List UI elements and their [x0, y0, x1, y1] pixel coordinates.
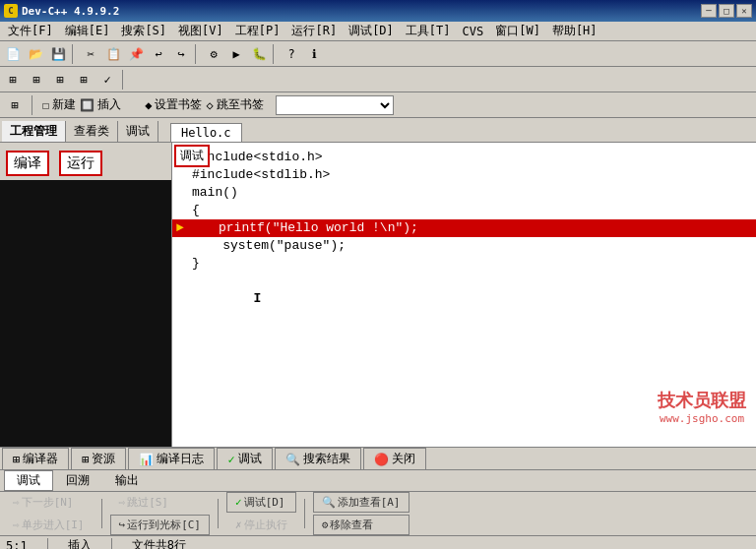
- tab-project-mgr[interactable]: 工程管理: [2, 121, 66, 142]
- tab-debug-panel[interactable]: 调试: [118, 121, 158, 142]
- set-bookmark-label: 设置书签: [155, 96, 202, 113]
- toolbar-sep-2: [195, 44, 200, 64]
- step-in-arrow: ⇨: [13, 518, 20, 531]
- tb2-grid4[interactable]: ⊞: [73, 69, 94, 91]
- tb-open[interactable]: 📂: [25, 43, 46, 65]
- tb-new-file[interactable]: 📄: [2, 43, 24, 65]
- bottom-tab-resource[interactable]: ⊞ 资源: [71, 448, 126, 469]
- next-step-btn: ⇨ 下一步[N]: [4, 492, 94, 513]
- maximize-button[interactable]: □: [719, 4, 734, 18]
- menu-project[interactable]: 工程[P]: [229, 22, 286, 40]
- tb-run[interactable]: ▶: [225, 43, 247, 65]
- main-area: 编译 运行 调试 #include<stdio.h> #include<stdl…: [0, 142, 756, 447]
- arrow-icon: ►: [176, 219, 184, 237]
- tb-info[interactable]: ℹ: [303, 43, 325, 65]
- run-to-cursor-label: 运行到光标[C]: [127, 518, 201, 532]
- run-annotation-box[interactable]: 运行: [59, 151, 102, 176]
- tb-help[interactable]: ?: [281, 43, 302, 65]
- compile-annotation-box[interactable]: 编译: [6, 151, 49, 176]
- debug-toolbar: ⇨ 下一步[N] ⇨ 单步进入[I] ⇨ 跳过[S] ↪ 运行到光标[C] ✓ …: [0, 492, 756, 535]
- sub-tab-debug[interactable]: 调试: [4, 470, 53, 491]
- app-icon: C: [4, 4, 18, 18]
- close-label: 关闭: [392, 451, 415, 467]
- tb-undo[interactable]: ↩: [148, 43, 169, 65]
- tb2-grid1[interactable]: ⊞: [2, 69, 24, 91]
- menu-edit[interactable]: 编辑[E]: [59, 22, 116, 40]
- insert-label: 插入: [97, 96, 121, 113]
- debug-run-btn[interactable]: ✓ 调试[D]: [226, 492, 296, 513]
- insert-btn[interactable]: 🔲 插入: [80, 96, 121, 113]
- toolbar-2: ⊞ ⊞ ⊞ ⊞ ✓: [0, 67, 756, 92]
- left-code-area: [0, 180, 171, 447]
- sub-tab-backtrace[interactable]: 回溯: [53, 470, 102, 491]
- toolbar-1: 📄 📂 💾 ✂ 📋 📌 ↩ ↪ ⚙ ▶ 🐛 ? ℹ: [0, 41, 756, 67]
- status-sep-2: [111, 538, 112, 550]
- tb-compile[interactable]: ⚙: [203, 43, 224, 65]
- code-line-6: system("pause");: [172, 237, 756, 255]
- set-bookmark-btn[interactable]: ◆ 设置书签: [145, 96, 202, 113]
- code-editor[interactable]: 调试 #include<stdio.h> #include<stdlib.h> …: [172, 143, 756, 447]
- code-wrapper: #include<stdio.h> #include<stdlib.h> mai…: [172, 143, 756, 355]
- run-to-cursor-btn[interactable]: ↪ 运行到光标[C]: [110, 515, 211, 535]
- app-title: Dev-C++ 4.9.9.2: [22, 5, 119, 18]
- minimize-button[interactable]: ─: [701, 4, 717, 18]
- bottom-tab-compile-log[interactable]: 📊 编译日志: [128, 448, 215, 469]
- jump-label: 跳过[S]: [127, 495, 168, 510]
- debug-annotation-box[interactable]: 调试: [174, 145, 210, 167]
- bottom-tab-search-results[interactable]: 🔍 搜索结果: [275, 448, 361, 469]
- run-to-cursor-icon: ↪: [119, 518, 126, 531]
- search-icon: 🔍: [285, 453, 300, 466]
- close-tab-icon: 🔴: [374, 453, 389, 466]
- file-info: 文件共8行: [132, 537, 186, 549]
- remove-watch-label: 移除查看: [330, 518, 373, 532]
- jump-btn: ⇨ 跳过[S]: [110, 492, 211, 513]
- menu-view[interactable]: 视图[V]: [172, 22, 229, 40]
- sub-tabs-bar: 调试 回溯 输出: [0, 470, 756, 492]
- tab-class-view[interactable]: 查看类: [66, 121, 118, 142]
- tb-debug[interactable]: 🐛: [248, 43, 270, 65]
- menu-run[interactable]: 运行[R]: [285, 22, 343, 40]
- menu-bar: 文件[F] 编辑[E] 搜索[S] 视图[V] 工程[P] 运行[R] 调试[D…: [0, 22, 756, 41]
- bottom-tab-debug[interactable]: ✓ 调试: [217, 448, 272, 469]
- step-in-btn: ⇨ 单步进入[I]: [4, 515, 94, 535]
- tb-redo[interactable]: ↪: [170, 43, 192, 65]
- watermark-tech-text: 技术员联盟: [658, 389, 746, 412]
- stop-exec-btn: ✗ 停止执行: [226, 515, 296, 535]
- tb-paste[interactable]: 📌: [125, 43, 147, 65]
- remove-watch-btn[interactable]: ⚙ 移除查看: [313, 515, 410, 535]
- menu-debug[interactable]: 调试[D]: [343, 22, 400, 40]
- new-file-label: 新建: [52, 96, 76, 113]
- tb2-check[interactable]: ✓: [96, 69, 118, 91]
- bottom-tab-close[interactable]: 🔴 关闭: [363, 448, 426, 469]
- debug-run-label: 调试[D]: [244, 495, 285, 510]
- tb-copy[interactable]: 📋: [102, 43, 124, 65]
- debug-label: 调试: [238, 451, 262, 467]
- menu-tools[interactable]: 工具[T]: [400, 22, 457, 40]
- sub-tab-output[interactable]: 输出: [102, 470, 152, 491]
- tb-save[interactable]: 💾: [47, 43, 69, 65]
- code-line-8: I: [172, 273, 756, 351]
- tab-hello-c[interactable]: Hello.c: [170, 123, 242, 142]
- debug-sep-2: [218, 499, 219, 528]
- text-cursor: I: [253, 291, 261, 306]
- add-watch-icon: 🔍: [322, 496, 336, 509]
- menu-file[interactable]: 文件[F]: [2, 22, 59, 40]
- debug-check-icon: ✓: [227, 453, 234, 466]
- close-button[interactable]: ✕: [736, 4, 752, 18]
- bottom-tab-compiler[interactable]: ⊞ 编译器: [2, 448, 69, 469]
- tb2-grid3[interactable]: ⊞: [49, 69, 71, 91]
- stop-exec-label: 停止执行: [244, 518, 287, 532]
- tb3-grid[interactable]: ⊞: [4, 94, 26, 116]
- tb2-grid2[interactable]: ⊞: [26, 69, 47, 91]
- goto-bookmark-btn[interactable]: ◇ 跳至书签: [206, 96, 263, 113]
- tb-cut[interactable]: ✂: [80, 43, 101, 65]
- menu-cvs[interactable]: CVS: [457, 24, 490, 39]
- compile-log-icon: 📊: [139, 453, 154, 466]
- menu-search[interactable]: 搜索[S]: [115, 22, 172, 40]
- new-file-btn[interactable]: ☐ 新建: [42, 96, 76, 113]
- menu-window[interactable]: 窗口[W]: [489, 22, 546, 40]
- menu-help[interactable]: 帮助[H]: [546, 22, 603, 40]
- dropdown-select[interactable]: [276, 95, 394, 115]
- search-results-label: 搜索结果: [303, 451, 350, 467]
- add-watch-btn[interactable]: 🔍 添加查看[A]: [313, 492, 410, 513]
